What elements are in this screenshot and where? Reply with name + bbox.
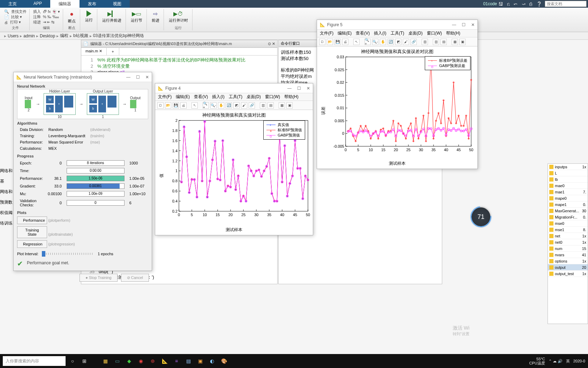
menu-item[interactable]: 窗口(W) (265, 94, 280, 100)
insert[interactable]: 插入 🗗 fx 👻 ▾ (33, 9, 60, 14)
menu-item[interactable]: 查看(V) (194, 94, 208, 100)
app-icon[interactable]: ▭ (112, 356, 122, 366)
cortana-icon[interactable]: ○ (68, 356, 77, 366)
run-section[interactable]: ▶▭运行节 (129, 9, 144, 24)
maximize-icon[interactable]: ☐ (136, 75, 140, 80)
breadcrumb-item[interactable]: Users (8, 34, 18, 38)
windows-taskbar[interactable]: 入你要搜索的内容 ○ ⊞ ▦ ▭ ◆ ◉ ⊚ 📐 ≡ ▤ ▣ ◐ 🎨 55°CC… (0, 354, 588, 368)
workspace-var[interactable]: nvars41 (548, 252, 588, 258)
workspace-var[interactable]: mse18. (548, 227, 588, 233)
plot-button[interactable]: Regression (17, 240, 47, 248)
editor-tab[interactable]: main.m ✕ (81, 48, 107, 55)
toolbar-icons[interactable]: 🖫 ⎌ ⤺ ⤻ ⎙ ❔ (498, 1, 543, 7)
find-files[interactable]: 🔍 查找文件 (4, 9, 27, 14)
ime-indicator[interactable]: 英 (566, 359, 570, 364)
breadcrumb-item[interactable]: Desktop (40, 34, 55, 38)
menu-item[interactable]: 工具(T) (391, 30, 404, 36)
stop-training-button[interactable]: ● Stop Training (80, 274, 118, 282)
menu-item[interactable]: 编辑(E) (176, 94, 190, 100)
app-tab[interactable]: 主页 (0, 0, 25, 8)
maximize-icon[interactable]: ☐ (297, 86, 301, 91)
app-icon[interactable]: ▤ (183, 356, 193, 366)
app-icon[interactable]: ▦ (100, 356, 110, 366)
close-icon[interactable]: ✕ (307, 86, 310, 91)
menu-item[interactable]: 插入(I) (374, 30, 386, 36)
app-icon[interactable]: ◉ (136, 356, 146, 366)
compare[interactable]: 📄 比较 ▾ (4, 14, 27, 20)
comment[interactable]: 注释 % ‰ ‱ (33, 14, 60, 20)
workspace-var[interactable]: mape10. (548, 201, 588, 208)
menu-item[interactable]: 帮助(H) (284, 94, 299, 100)
figure-menubar[interactable]: 文件(F)编辑(E)查看(V)插入(I)工具(T)桌面(D)窗口(W)帮助(H) (317, 30, 477, 37)
advance[interactable]: ⇨前进 (150, 9, 161, 24)
close-icon[interactable]: ✕ (471, 22, 475, 27)
clock[interactable]: 2020-0 (573, 359, 585, 363)
taskview-icon[interactable]: ⊞ (80, 356, 89, 366)
workspace-var[interactable]: options1x (548, 258, 588, 264)
app-icon[interactable]: ▣ (195, 356, 205, 366)
cancel-button[interactable]: ⊘ Cancel (121, 274, 149, 282)
app-icon[interactable]: ⊚ (148, 356, 158, 366)
matlab-taskbar-icon[interactable]: 📐 (160, 356, 169, 366)
plot-button[interactable]: Performance (17, 216, 47, 224)
maximize-icon[interactable]: ☐ (462, 22, 466, 27)
workspace-var[interactable]: mae0 (548, 183, 588, 189)
menu-item[interactable]: 文件(F) (158, 94, 172, 100)
menu-item[interactable]: 桌面(D) (247, 94, 261, 100)
figure-menubar[interactable]: 文件(F)编辑(E)查看(V)插入(I)工具(T)桌面(D)窗口(W)帮助(H) (155, 93, 313, 101)
minimize-icon[interactable]: — (126, 75, 130, 80)
menu-item[interactable]: 文件(F) (320, 30, 333, 36)
figure-toolbar[interactable]: 🗋📂💾🖨 ↖ 🔍+🔍-✋🔄◩🖌🔗 ▥▤ ▦▣ (155, 101, 313, 110)
menu-item[interactable]: 帮助(H) (446, 30, 460, 36)
figure5-legend[interactable]: *标准BP预测误差oGABP预测误差 (425, 56, 470, 70)
app-icon[interactable]: 🎨 (219, 356, 229, 366)
app-icon[interactable]: ≡ (172, 356, 181, 366)
figure5-axes[interactable]: 神经网络预测值和真实值误差对比图 误差 05101520253035404550… (317, 46, 477, 169)
run-advance[interactable]: ▶▎运行并前进 (101, 9, 123, 24)
figure4-axes[interactable]: 神经网络预测值和真实值对比图 值 051015202530354045500.2… (155, 110, 313, 235)
minimize-icon[interactable]: — (452, 22, 456, 27)
menu-item[interactable]: 窗口(W) (427, 30, 442, 36)
run-time[interactable]: ▶⏱运行并计时 (167, 9, 189, 24)
figure4-legend[interactable]: *真实值+标准BP预测值oGABP预测值 (263, 120, 305, 140)
workspace-var[interactable]: output20 (548, 264, 588, 271)
workspace-var[interactable]: inputps1x (548, 164, 588, 170)
workspace-var[interactable]: MaxGenerat...30 (548, 208, 588, 214)
breadcrumb-item[interactable]: 03遗传算法优化bp神经网络 (93, 33, 144, 39)
workspace-var[interactable]: lb (548, 176, 588, 183)
editor-popout-icon[interactable]: ⊙ ✕ (268, 42, 275, 46)
workspace-var[interactable]: mae17. (548, 189, 588, 195)
menu-item[interactable]: 编辑(E) (338, 30, 352, 36)
indent[interactable]: 缩进 ⇥ ⇤ ⇆ (33, 20, 60, 25)
menu-item[interactable]: 桌面(D) (408, 30, 423, 36)
close-icon[interactable]: ✕ (145, 75, 149, 80)
plot-button[interactable]: Training State (17, 226, 47, 238)
app-tab[interactable]: 视图 (105, 0, 130, 8)
new-tab-button[interactable]: ＋ (107, 48, 119, 55)
taskbar-search[interactable]: 入你要搜索的内容 (3, 356, 66, 366)
workspace-var[interactable]: net1x (548, 233, 588, 239)
workspace-var[interactable]: L (548, 170, 588, 176)
run-button[interactable]: 运行 (84, 9, 94, 24)
plot-interval-slider[interactable] (42, 253, 94, 255)
tray-icons[interactable]: ⌃ ☁ 🔊 (549, 359, 563, 363)
print[interactable]: 🖨 打印 ▾ (4, 20, 27, 25)
app-tab[interactable]: APP (25, 0, 50, 8)
app-icon[interactable]: ◆ (124, 356, 134, 366)
breadcrumb[interactable]: ▸Users▸admin▸Desktop▸编程▸b站视频▸03遗传算法优化bp神… (0, 32, 588, 40)
breakpoints[interactable]: ●断点 (67, 9, 77, 25)
workspace-var[interactable]: mse0 (548, 220, 588, 227)
app-icon[interactable]: ◐ (207, 356, 217, 366)
app-tab[interactable]: 发布 (80, 0, 105, 8)
minimize-icon[interactable]: — (287, 86, 292, 91)
workspace-var[interactable]: output_test1x (548, 271, 588, 277)
menu-item[interactable]: 插入(I) (212, 94, 224, 100)
breadcrumb-item[interactable]: b站视频 (73, 33, 88, 39)
workspace-var[interactable]: net01x (548, 239, 588, 245)
menu-item[interactable]: 查看(V) (356, 30, 370, 36)
breadcrumb-item[interactable]: 编程 (60, 33, 68, 39)
search-docs-input[interactable] (545, 1, 587, 7)
workspace-var[interactable]: MigrationFr...0. (548, 214, 588, 220)
app-tab[interactable]: 编辑器 (50, 0, 80, 8)
menu-item[interactable]: 工具(T) (229, 94, 242, 100)
